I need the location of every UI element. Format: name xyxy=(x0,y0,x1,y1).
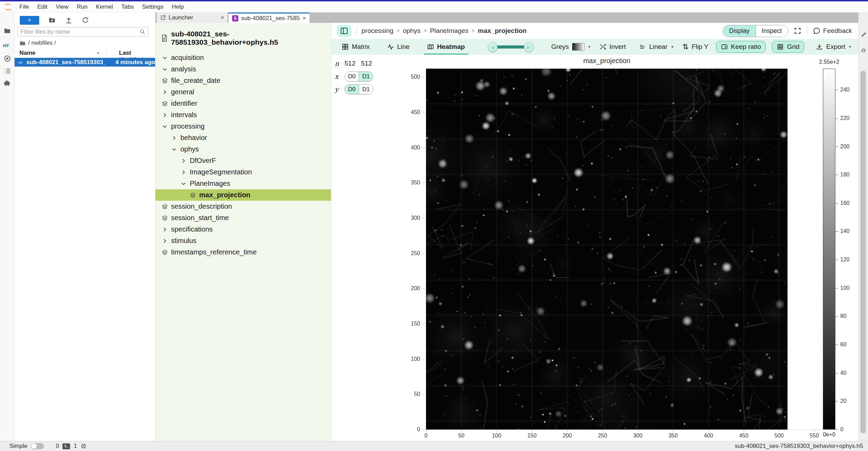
tree-item-max_projection[interactable]: max_projection xyxy=(155,189,331,201)
table-of-contents-icon[interactable] xyxy=(3,67,11,75)
extensions-icon[interactable] xyxy=(3,79,11,87)
tree-item-general[interactable]: general xyxy=(155,86,331,98)
dim-1-size: 512 xyxy=(361,60,372,67)
close-icon[interactable]: × xyxy=(303,15,306,22)
tree-item-acquisition[interactable]: acquisition xyxy=(155,52,331,63)
export-button[interactable]: Export ▾ xyxy=(816,43,851,51)
x-tick-label: 500 xyxy=(769,433,790,439)
running-sessions-icon[interactable] xyxy=(3,55,11,62)
terminal-icon[interactable]: $_ xyxy=(62,443,70,449)
new-launcher-button[interactable]: + xyxy=(20,16,39,25)
menu-settings[interactable]: Settings xyxy=(138,3,168,10)
menu-file[interactable]: File xyxy=(15,3,33,10)
toggle-explorer-button[interactable] xyxy=(337,25,351,37)
breadcrumb-segment[interactable]: ophys xyxy=(403,27,420,35)
domain-slider[interactable]: ◁ ▷ xyxy=(488,42,534,52)
file-name: sub-408021_ses-758519303_beha... xyxy=(26,59,106,66)
slider-min-handle[interactable]: ◁ xyxy=(488,42,497,52)
keep-ratio-button[interactable]: Keep ratio xyxy=(716,41,766,53)
status-bar: Simple 0 $_ 1 sub-408021_ses-758519303_b… xyxy=(0,441,868,451)
column-header-name[interactable]: Name xyxy=(19,50,35,57)
tree-item-intervals[interactable]: intervals xyxy=(155,109,331,121)
chevron-down-icon: ▾ xyxy=(588,44,590,49)
tree-item-session_description[interactable]: session_description xyxy=(155,201,331,212)
jupyterlab-window: FileEditViewRunKernelTabsSettingsHelp H … xyxy=(0,0,868,451)
scrollbar-thumb[interactable] xyxy=(860,71,866,433)
tab-line[interactable]: Line xyxy=(382,39,415,55)
tab-launcher[interactable]: Launcher × xyxy=(157,12,228,23)
h5-file-title[interactable]: sub-408021_ses-758519303_behavior+ophys.… xyxy=(155,23,331,52)
x-option-D1[interactable]: D1 xyxy=(359,72,373,81)
tree-item-label: specifications xyxy=(171,225,213,233)
display-button[interactable]: Display xyxy=(723,25,756,37)
tree-item-ophys[interactable]: ophys xyxy=(155,144,331,155)
tab-heatmap[interactable]: Heatmap xyxy=(422,39,470,55)
menu-edit[interactable]: Edit xyxy=(33,3,51,10)
tree-item-processing[interactable]: processing xyxy=(155,121,331,132)
status-bar-left: Simple 0 $_ 1 xyxy=(9,443,87,450)
grid-button[interactable]: Grid xyxy=(772,41,804,53)
tab-matrix[interactable]: Matrix xyxy=(337,39,375,55)
menu-tabs[interactable]: Tabs xyxy=(117,3,138,10)
menu-run[interactable]: Run xyxy=(73,3,92,10)
tree-item-behavior[interactable]: behavior xyxy=(155,132,331,144)
breadcrumb-segment[interactable]: PlaneImages xyxy=(430,27,468,35)
scale-selector[interactable]: Linear ▾ xyxy=(639,43,673,51)
simple-mode-toggle[interactable] xyxy=(31,443,44,449)
colorbar-tick-label: 0 xyxy=(840,426,856,433)
tree-item-file_create_date[interactable]: file_create_date xyxy=(155,75,331,86)
slider-max-handle[interactable]: ▷ xyxy=(524,42,534,52)
tree-item-DfOverF[interactable]: DfOverF xyxy=(155,155,331,166)
dataset-layers-icon xyxy=(162,215,168,221)
upload-icon[interactable] xyxy=(65,16,73,24)
svg-text:H: H xyxy=(18,60,20,64)
invert-button[interactable]: Invert xyxy=(599,43,626,51)
menu-bar: FileEditViewRunKernelTabsSettingsHelp xyxy=(0,1,868,12)
tree-item-specifications[interactable]: specifications xyxy=(155,224,331,235)
tree-item-ImageSegmentation[interactable]: ImageSegmentation xyxy=(155,166,331,178)
keep-ratio-icon xyxy=(721,43,728,50)
file-row-selected[interactable]: H F sub-408021_ses-758519303_beha... 4 m… xyxy=(15,58,155,67)
tab-h5-file[interactable]: 5 sub-408021_ses-7585193 × xyxy=(229,12,309,23)
scale-label: Linear xyxy=(649,43,667,51)
menu-view[interactable]: View xyxy=(52,3,73,10)
breadcrumb-segment[interactable]: processing xyxy=(361,27,393,35)
tree-item-PlaneImages[interactable]: PlaneImages xyxy=(155,178,331,189)
x-option-D0[interactable]: D0 xyxy=(345,72,359,81)
x-tick-mark xyxy=(603,430,603,432)
tree-item-timestamps_reference_time[interactable]: timestamps_reference_time xyxy=(155,246,331,258)
breadcrumb-separator: > xyxy=(424,28,427,34)
kernel-chip-icon[interactable] xyxy=(80,443,87,449)
inspect-button[interactable]: Inspect xyxy=(756,25,788,37)
y-tick-label: 450 xyxy=(403,109,420,115)
chevron-down-icon: ▾ xyxy=(849,44,851,49)
menu-help[interactable]: Help xyxy=(168,3,188,10)
colormap-label: Greys xyxy=(551,43,569,51)
feedback-button[interactable]: Feedback xyxy=(813,27,852,35)
y-option-D1[interactable]: D1 xyxy=(359,85,373,94)
tree-item-stimulus[interactable]: stimulus xyxy=(155,235,331,246)
file-browser-toolbar: + xyxy=(15,14,155,26)
hdf5-icon[interactable]: H F xyxy=(3,42,11,49)
refresh-icon[interactable] xyxy=(82,16,89,24)
tree-item-identifier[interactable]: identifier xyxy=(155,98,331,109)
property-inspector-icon[interactable] xyxy=(860,32,867,38)
file-last-modified: 4 minutes ago xyxy=(116,59,155,66)
filter-files-input[interactable] xyxy=(18,28,139,35)
debugger-icon[interactable] xyxy=(860,47,867,53)
file-browser-breadcrumb[interactable]: / nwbfiles / xyxy=(19,40,56,46)
close-icon[interactable]: × xyxy=(221,14,224,21)
colorbar-tick-mark xyxy=(835,203,838,203)
colorbar-tick-label: 100 xyxy=(840,285,856,291)
tree-item-analysis[interactable]: analysis xyxy=(155,63,331,75)
tree-item-session_start_time[interactable]: session_start_time xyxy=(155,212,331,224)
breadcrumb-segment[interactable]: max_projection xyxy=(478,27,527,35)
folder-icon[interactable] xyxy=(3,27,11,35)
y-option-D0[interactable]: D0 xyxy=(345,85,359,94)
menu-kernel[interactable]: Kernel xyxy=(92,3,117,10)
fullscreen-button[interactable] xyxy=(794,27,801,35)
colormap-selector[interactable]: Greys ▾ xyxy=(551,43,590,51)
new-folder-icon[interactable] xyxy=(48,16,56,24)
flip-y-button[interactable]: ⇅ Flip Y xyxy=(682,43,708,51)
x-tick-label: 350 xyxy=(663,433,683,439)
